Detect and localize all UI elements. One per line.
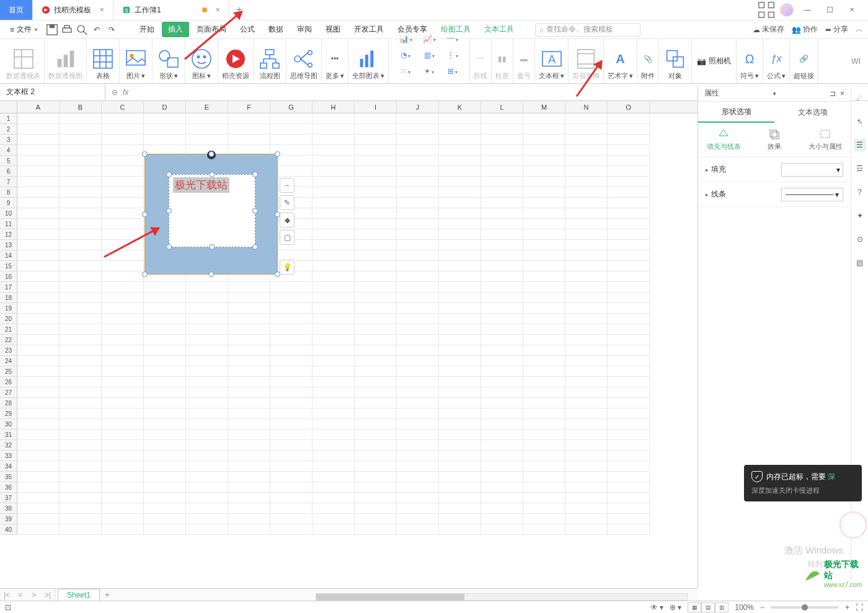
cell[interactable] [186,503,228,514]
cell[interactable] [523,240,565,250]
cell[interactable] [270,366,312,377]
textbox-shape[interactable]: ⟳ 极光下载站 − ✎ ◆ ▢ 💡 [144,154,278,275]
cell[interactable] [186,345,228,356]
cell[interactable] [102,419,144,430]
cell[interactable] [17,282,60,293]
cell[interactable] [312,408,355,419]
cell[interactable] [608,356,650,366]
prop-fill-row[interactable]: ▸填充 ▾ [698,157,851,182]
cell[interactable] [60,514,102,524]
cell[interactable] [439,271,481,282]
cell[interactable] [312,124,355,135]
cell[interactable] [17,219,60,229]
cell[interactable] [144,314,186,324]
rail-tools-icon[interactable]: ✦ [854,209,866,222]
row-header[interactable]: 11 [0,219,17,229]
cell[interactable] [355,503,397,514]
cell[interactable] [481,461,523,472]
zoom-level[interactable]: 100% [735,603,754,612]
cell[interactable] [102,166,144,177]
cell[interactable] [186,113,228,124]
cell[interactable] [144,430,186,440]
cell[interactable] [523,345,565,356]
cell[interactable] [565,135,608,145]
cell[interactable] [102,282,144,293]
cell[interactable] [565,219,608,229]
cell[interactable] [17,145,60,156]
cell[interactable] [60,156,102,166]
cell[interactable] [312,335,355,345]
cell[interactable] [17,324,60,335]
cell[interactable] [355,240,397,250]
tab-home[interactable]: 首页 [0,0,33,20]
cell[interactable] [397,303,439,314]
cell[interactable] [312,345,355,356]
cell[interactable] [270,493,312,503]
cell[interactable] [355,219,397,229]
col-header[interactable]: K [439,101,481,113]
cell[interactable] [608,229,650,240]
cell[interactable] [565,419,608,430]
cell[interactable] [102,156,144,166]
cell[interactable] [397,187,439,198]
cell[interactable] [565,177,608,187]
cell[interactable] [481,419,523,430]
cell[interactable] [439,208,481,219]
line-chart-icon[interactable]: 📈 [420,32,438,46]
cell[interactable] [102,461,144,472]
cell[interactable] [186,324,228,335]
cell[interactable] [228,387,270,398]
cell[interactable] [608,135,650,145]
undo-icon[interactable]: ↶ [90,23,104,37]
cell[interactable] [186,135,228,145]
mindmap-button[interactable]: 思维导图 [286,39,322,83]
cell[interactable] [17,408,60,419]
cell[interactable] [312,324,355,335]
cell[interactable] [312,419,355,430]
wordart-button[interactable]: A艺术字▾ [604,39,637,83]
cell[interactable] [565,324,608,335]
cell[interactable] [60,229,102,240]
cell[interactable] [186,514,228,524]
cell[interactable] [523,387,565,398]
cell[interactable] [144,135,186,145]
cell[interactable] [60,166,102,177]
cell[interactable] [565,208,608,219]
cell[interactable] [397,461,439,472]
row-header[interactable]: 5 [0,156,17,166]
cell[interactable] [228,324,270,335]
row-header[interactable]: 14 [0,250,17,261]
col-header[interactable]: C [102,101,144,113]
cell[interactable] [144,440,186,451]
cell[interactable] [60,177,102,187]
cell[interactable] [60,135,102,145]
shape-button[interactable]: 形状▾ [153,39,185,83]
cell[interactable] [355,451,397,461]
cell[interactable] [17,113,60,124]
tab-dev[interactable]: 开发工具 [348,22,390,37]
cell[interactable] [144,366,186,377]
cell[interactable] [481,135,523,145]
cell[interactable] [312,514,355,524]
cell[interactable] [186,493,228,503]
edit-tool-icon[interactable]: ✎ [280,195,294,210]
cell[interactable] [523,271,565,282]
cell[interactable] [439,156,481,166]
cell[interactable] [144,503,186,514]
apps-icon[interactable] [758,1,775,19]
avatar[interactable] [780,3,794,17]
cell[interactable] [17,261,60,271]
cell[interactable] [144,524,186,535]
cell[interactable] [523,366,565,377]
cell[interactable] [144,124,186,135]
cell[interactable] [397,314,439,324]
cell[interactable] [481,524,523,535]
line-style-picker[interactable]: ▾ [781,188,843,201]
cell[interactable] [355,198,397,208]
cell[interactable] [608,156,650,166]
cell[interactable] [102,356,144,366]
cell[interactable] [270,461,312,472]
cell[interactable] [228,113,270,124]
cell[interactable] [397,208,439,219]
row-header[interactable]: 18 [0,293,17,303]
